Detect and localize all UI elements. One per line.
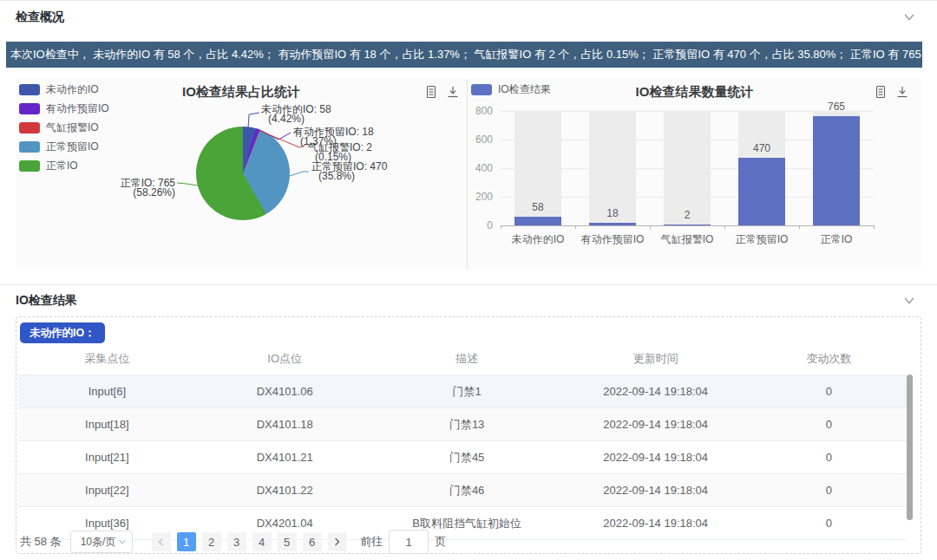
pie-chart[interactable] <box>196 127 290 220</box>
x-axis-category-label: 未动作的IO <box>501 232 575 247</box>
page-buttons: 123456 <box>174 532 324 551</box>
legend-label: 气缸报警IO <box>46 120 99 135</box>
legend-item[interactable]: 有动作预留IO <box>19 103 109 114</box>
io-inspection-dashboard: 检查概况 本次IO检查中， 未动作的IO 有 58 个，占比 4.42%； 有动… <box>0 0 937 560</box>
chevron-right-icon <box>333 537 341 546</box>
pie-label-normal-reserved: 正常预留IO: 470 (35.8%) <box>311 162 387 181</box>
table-cell: DX4101.06 <box>196 375 374 408</box>
table-cell: Input[6] <box>18 375 196 408</box>
pie-label-cylinder-alarm: 气缸报警IO: 2 (0.15%) <box>308 143 372 162</box>
table-cell: DX4101.22 <box>196 474 374 507</box>
table-cell: 2022-09-14 19:18:04 <box>560 375 751 408</box>
y-axis-tick-label: 0 <box>487 219 493 231</box>
bar-slot: 58未动作的IO <box>501 111 575 225</box>
table-cell: 2022-09-14 19:18:04 <box>560 474 751 507</box>
y-axis-tick-label: 400 <box>475 162 493 174</box>
goto-unit: 页 <box>435 534 446 550</box>
data-view-icon[interactable] <box>424 85 438 99</box>
legend-label: 有动作预留IO <box>46 101 109 116</box>
table-row[interactable]: Input[21]DX4101.21门禁452022-09-14 19:18:0… <box>18 441 907 474</box>
bar-slot: 765正常IO <box>799 111 874 225</box>
legend-item[interactable]: 正常预留IO <box>19 141 109 153</box>
table-header-cell: 变动次数 <box>751 343 907 375</box>
x-axis-category-label: 有动作预留IO <box>575 232 650 247</box>
bar-legend: IO检查结果 <box>471 84 551 103</box>
table-scrollbar[interactable] <box>907 374 913 520</box>
table-cell: Input[18] <box>18 408 196 441</box>
page-button-4[interactable]: 4 <box>252 532 272 551</box>
pie-legend: 未动作的IO有动作预留IO气缸报警IO正常预留IO正常IO <box>19 84 109 179</box>
bar-toolbox <box>874 85 909 99</box>
table-cell: 0 <box>751 441 907 474</box>
y-axis-tick-label: 600 <box>475 133 493 146</box>
table-header-row: 采集点位IO点位描述更新时间变动次数 <box>18 343 907 375</box>
axis-tick <box>650 225 651 229</box>
chevron-down-icon[interactable] <box>902 11 916 23</box>
pagination: 共 58 条 10条/页 123456 前往 页 <box>20 530 917 554</box>
legend-label: 未动作的IO <box>46 82 99 97</box>
chevron-left-icon <box>157 537 165 546</box>
x-axis-line <box>501 225 874 226</box>
download-icon[interactable] <box>446 85 460 99</box>
table-cell: 0 <box>751 375 907 408</box>
legend-item[interactable]: 未动作的IO <box>19 84 109 95</box>
axis-tick <box>501 225 501 229</box>
chevron-down-icon <box>118 538 127 545</box>
results-table: 采集点位IO点位描述更新时间变动次数 Input[6]DX4101.06门禁12… <box>18 343 907 540</box>
legend-swatch <box>19 141 40 153</box>
legend-swatch <box>471 84 492 95</box>
table-row[interactable]: Input[6]DX4101.06门禁12022-09-14 19:18:040 <box>18 375 907 408</box>
table-cell: Input[21] <box>18 441 196 474</box>
legend-swatch <box>19 160 40 172</box>
legend-item[interactable]: 正常IO <box>19 160 109 172</box>
bar[interactable] <box>813 116 860 225</box>
table-row[interactable]: Input[22]DX4101.22门禁462022-09-14 19:18:0… <box>18 474 907 507</box>
page-button-6[interactable]: 6 <box>303 532 322 551</box>
prev-page-button[interactable] <box>152 532 171 551</box>
page-size-select[interactable]: 10条/页 <box>70 531 133 553</box>
table-cell: 门禁45 <box>374 441 560 474</box>
goto-page-input[interactable] <box>389 530 429 554</box>
pagination-total: 共 58 条 <box>20 534 62 550</box>
bar-value-label: 58 <box>501 201 575 213</box>
page-button-3[interactable]: 3 <box>227 532 246 551</box>
bar-value-label: 18 <box>575 207 650 219</box>
y-axis-tick-label: 200 <box>475 191 493 203</box>
legend-item[interactable]: IO检查结果 <box>471 84 551 95</box>
page-button-5[interactable]: 5 <box>278 532 297 551</box>
bar[interactable] <box>589 223 636 225</box>
table-row[interactable]: Input[18]DX4101.18门禁132022-09-14 19:18:0… <box>18 408 907 441</box>
section-results-title: IO检查结果 <box>16 293 77 309</box>
table-cell: 门禁13 <box>374 408 560 441</box>
legend-swatch <box>19 122 40 133</box>
x-axis-category-label: 正常IO <box>799 232 874 247</box>
filter-tag-not-actuated[interactable]: 未动作的IO： <box>20 322 105 343</box>
legend-swatch <box>19 84 40 95</box>
bar[interactable] <box>738 158 785 225</box>
x-axis-category-label: 正常预留IO <box>724 232 799 247</box>
y-axis-tick-label: 800 <box>475 105 493 117</box>
page-button-1[interactable]: 1 <box>177 532 196 551</box>
bar[interactable] <box>514 217 561 225</box>
table-header-cell: 更新时间 <box>560 343 751 375</box>
table-cell: DX4101.21 <box>196 441 374 474</box>
pie-chart-panel: IO检查结果占比统计 未动作的IO有动作预留IO气缸报警IO正常预留IO正常IO <box>16 79 468 270</box>
axis-tick <box>575 225 576 229</box>
next-page-button[interactable] <box>328 532 347 551</box>
x-axis-category-label: 气缸报警IO <box>650 232 724 247</box>
download-icon[interactable] <box>895 85 909 99</box>
bar-plot: 020040060080058未动作的IO18有动作预留IO2气缸报警IO470… <box>501 111 874 225</box>
page-size-value: 10条/页 <box>81 535 116 550</box>
page-button-2[interactable]: 2 <box>202 532 221 551</box>
legend-item[interactable]: 气缸报警IO <box>19 122 109 133</box>
table-cell: 0 <box>751 408 907 441</box>
bar-value-label: 765 <box>799 101 874 113</box>
table-cell: 门禁1 <box>374 375 560 408</box>
section-overview-title: 检查概况 <box>16 10 64 25</box>
bar-value-label: 2 <box>650 209 724 221</box>
data-view-icon[interactable] <box>874 85 888 99</box>
chevron-down-icon[interactable] <box>902 295 916 307</box>
bar-slot: 470正常预留IO <box>724 111 799 225</box>
goto-label: 前往 <box>360 534 383 550</box>
bar[interactable] <box>664 225 711 225</box>
